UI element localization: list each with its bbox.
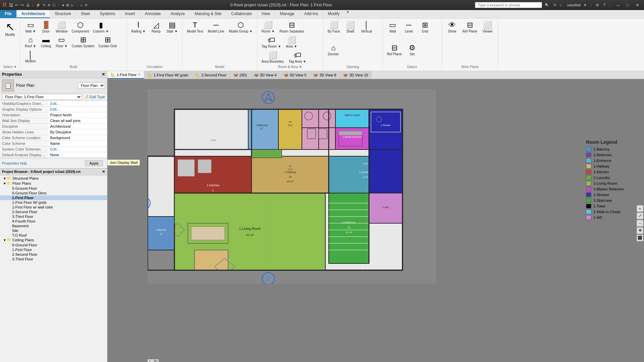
tree-toggle[interactable]: ▼ [3,177,7,180]
tree-item-1-first-wall[interactable]: 1-First Floor w/ wall color [0,205,107,209]
tree-item-basement[interactable]: Basement [0,224,107,228]
area-btn[interactable]: ⬜ Area ▼ [284,36,299,49]
floor-btn[interactable]: ▭ Floor ▼ [54,35,69,49]
tree-item-ceil-0[interactable]: 0-Ground Floor [0,243,107,247]
tag-room-btn[interactable]: 🏷 Tag Room ▼ [260,36,283,49]
tab-annotate[interactable]: Annotate [140,10,166,18]
pb-tree[interactable]: ▼ 📁 Structural Plans ▼ 📁 Floor Plans 0-G… [0,175,107,362]
tab-file[interactable]: File [0,10,17,18]
room-separator-btn[interactable]: ⊟ Room Separator [278,20,306,34]
window-btn[interactable]: ⬜ Window [54,20,69,34]
quick-tool-1[interactable]: ⚡ [36,3,41,7]
room-btn[interactable]: ⬜ Room ▼ [260,20,276,34]
roof-btn[interactable]: ⌂ Roof ▼ [23,35,38,49]
quick-tool-3[interactable]: A [48,3,50,7]
shaft-btn[interactable]: ⬜ Shaft [343,20,358,34]
pb-close-btn[interactable]: ✕ [102,170,105,174]
tab-close-btn[interactable]: ✕ [138,73,141,76]
tree-item-floor-plans[interactable]: ▼ 📁 Floor Plans [0,181,107,186]
tab-3d-view-4[interactable]: 📦 3D View 4 [251,71,280,79]
dormer-btn[interactable]: ⌂ Dormer [326,43,341,57]
model-text-btn[interactable]: T Model Text [185,20,205,34]
tab-addins[interactable]: Add-Ins [300,10,323,18]
quick-tool-9[interactable]: ✛ [85,3,88,7]
tree-item-site[interactable]: Site [0,228,107,233]
user-chevron[interactable]: ▼ [584,3,587,7]
redo-btn[interactable]: ↪ [20,3,24,7]
tab-steel[interactable]: Steel [76,10,95,18]
canvas-area[interactable]: 1-Balcony 17 10 3 m² 1-Master Bedroom 1-… [107,79,644,362]
edit-type-btn[interactable]: 📝 Edit Type [84,95,105,99]
tab-massing[interactable]: Massing & Site [190,10,226,18]
tab-collaborate[interactable]: Collaborate [226,10,257,18]
prop-filter-select[interactable]: Floor Plan: 1-First Floor [2,94,82,100]
tab-view[interactable]: View [257,10,275,18]
area-boundary-btn[interactable]: ⬜ Area Boundary [260,51,286,64]
quick-save-btn[interactable]: 🖫 [9,3,13,8]
zoom-out-btn[interactable]: − [637,220,643,227]
door-btn[interactable]: 🚪 Door [39,20,53,34]
tab-2-second[interactable]: 📐 2-Second Floor [192,71,230,79]
zoom-in-btn[interactable]: + [637,205,643,212]
ref-plane-btn[interactable]: ⊟ Ref Plane [385,43,404,57]
sync-icon[interactable]: ⟳ [553,3,556,7]
maximize-btn[interactable]: □ [624,2,631,8]
wp-ref-plane-btn[interactable]: ⊟ Ref Plane [461,20,479,34]
tree-item-ceil-1[interactable]: 1-First Floor [0,247,107,252]
tab-3d[interactable]: 📦 {3D} [230,71,250,79]
star-icon[interactable]: ☆ [559,3,562,7]
tab-systems[interactable]: Systems [95,10,120,18]
component-btn[interactable]: ⬡ Component [70,20,91,34]
railing-btn[interactable]: ⌇ Railing ▼ [129,20,147,34]
zoom-extent-btn[interactable]: ⤢ [637,213,643,219]
properties-close-btn[interactable]: ✕ [102,72,105,77]
model-group-btn[interactable]: ⬡ Model Group ▼ [227,20,254,34]
tab-3d-view-8[interactable]: 📦 3D View 8 [310,71,340,79]
quick-tool-8[interactable]: ⌂ [80,3,83,7]
apply-btn[interactable]: Apply [85,160,103,166]
level-btn[interactable]: ─ Level [401,20,416,34]
print-btn[interactable]: 🖨 [26,3,30,7]
help-btn[interactable]: ? [603,3,605,7]
tree-item-0-ground[interactable]: 0-Ground Floor [0,186,107,191]
tab-structure[interactable]: Structure [50,10,76,18]
ramp-btn[interactable]: ◿ Ramp [149,20,163,34]
tag-area-btn[interactable]: 🏷 Tag Area ▼ [287,51,308,64]
tree-item-ceil-2[interactable]: 2-Second Floor [0,252,107,257]
view-cube-btn[interactable]: ⬛ [637,235,643,241]
viewer-btn[interactable]: ⬜ Viewer [480,20,495,34]
minimize-btn[interactable]: ─ [614,2,622,8]
mullion-btn[interactable]: │ Mullion [23,50,38,64]
curtain-system-btn[interactable]: ⊞ Curtain System [70,35,96,49]
tree-item-1-first[interactable]: 1-First Floor [0,195,107,200]
curtain-grid-btn[interactable]: ⊞ Curtain Grid [97,35,118,49]
tab-manage[interactable]: Manage [275,10,299,18]
tree-item-2-second[interactable]: 2-Second Floor [0,209,107,214]
modify-btn[interactable]: ↖ Modify [3,20,17,38]
pan-btn[interactable]: ✥ [637,227,643,234]
tab-3d-view-5[interactable]: 📦 3D View 5 [280,71,310,79]
show-btn[interactable]: 👁 Show [445,20,460,34]
quick-tool-4[interactable]: ⬡ [52,3,56,7]
search-icon[interactable]: 🔍 [545,3,549,7]
tree-item-structural[interactable]: ▼ 📁 Structural Plans [0,176,107,181]
wall-btn[interactable]: ▭ Wall ▼ [23,20,38,34]
search-box[interactable] [475,2,542,8]
tree-item-ceiling-plans[interactable]: ▼ 📁 Ceiling Plans [0,238,107,243]
model-line-btn[interactable]: ─ Model Line [206,20,226,34]
quick-tool-7[interactable]: ▷ [71,3,74,7]
tab-modify[interactable]: Modify [323,10,344,18]
tree-item-toroof[interactable]: T.O Roof [0,233,107,238]
tab-architecture[interactable]: Architecture [17,10,50,18]
quick-tool-5[interactable]: ● [62,3,64,7]
tree-item-4-fourth[interactable]: 4-Fourth Floor [0,219,107,224]
quick-tool-2[interactable]: ✎ [43,3,46,7]
column-btn[interactable]: ▮ Column ▼ [91,20,110,34]
tab-1-first-floor[interactable]: 📐 1-First Floor ✕ [107,71,144,79]
tab-3d-view-10[interactable]: 📦 3D View 10 [340,71,372,79]
grid-btn[interactable]: ⊞ Grid [418,20,432,34]
prop-type-dropdown[interactable]: Floor Plan [78,82,105,88]
quick-tool-6[interactable]: ⊞ [66,3,69,7]
datum-wall-btn[interactable]: ▭ Wall [385,20,400,34]
tab-insert[interactable]: Insert [120,10,140,18]
